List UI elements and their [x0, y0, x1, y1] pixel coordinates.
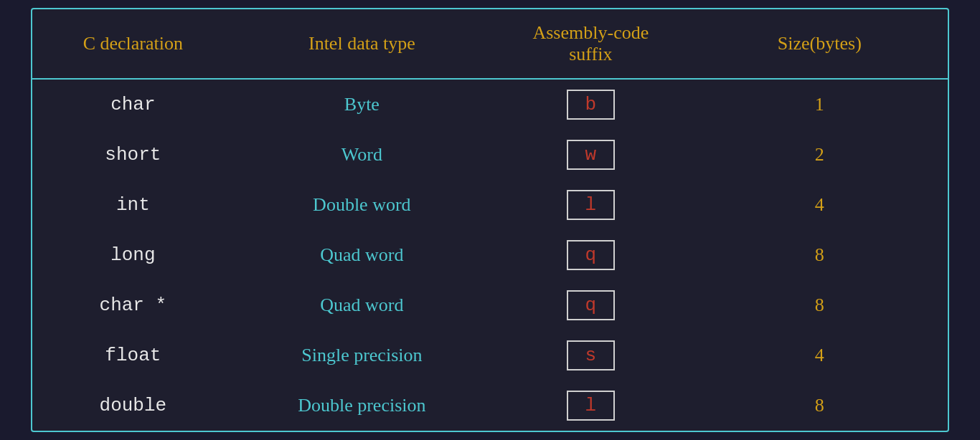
cell-size-bytes: 4 — [692, 180, 948, 230]
cell-size-bytes: 8 — [692, 230, 948, 280]
cell-asm-suffix: q — [490, 230, 692, 280]
table-row: char *Quad wordq8 — [32, 280, 948, 330]
header-intel-type: Intel data type — [234, 9, 490, 79]
cell-size-bytes: 8 — [692, 381, 948, 431]
table-row: shortWordw2 — [32, 130, 948, 180]
cell-asm-suffix: w — [490, 130, 692, 180]
cell-c-decl: double — [32, 381, 234, 431]
cell-intel-type: Word — [234, 130, 490, 180]
cell-asm-suffix: s — [490, 330, 692, 381]
cell-c-decl: int — [32, 180, 234, 230]
data-table: C declaration Intel data type Assembly-c… — [31, 8, 949, 432]
cell-c-decl: char — [32, 79, 234, 130]
header-size-bytes: Size(bytes) — [692, 9, 948, 79]
table-row: charByteb1 — [32, 79, 948, 130]
cell-asm-suffix: l — [490, 381, 692, 431]
cell-intel-type: Single precision — [234, 330, 490, 381]
table-row: longQuad wordq8 — [32, 230, 948, 280]
cell-intel-type: Quad word — [234, 230, 490, 280]
cell-size-bytes: 1 — [692, 79, 948, 130]
cell-intel-type: Byte — [234, 79, 490, 130]
cell-asm-suffix: l — [490, 180, 692, 230]
cell-c-decl: float — [32, 330, 234, 381]
cell-intel-type: Double precision — [234, 381, 490, 431]
header-asm-suffix: Assembly-code suffix — [490, 9, 692, 79]
cell-intel-type: Double word — [234, 180, 490, 230]
table-row: doubleDouble precisionl8 — [32, 381, 948, 431]
cell-asm-suffix: b — [490, 79, 692, 130]
cell-intel-type: Quad word — [234, 280, 490, 330]
cell-c-decl: short — [32, 130, 234, 180]
cell-size-bytes: 2 — [692, 130, 948, 180]
cell-size-bytes: 4 — [692, 330, 948, 381]
table-row: floatSingle precisions4 — [32, 330, 948, 381]
cell-size-bytes: 8 — [692, 280, 948, 330]
cell-c-decl: char * — [32, 280, 234, 330]
table-row: intDouble wordl4 — [32, 180, 948, 230]
table-header-row: C declaration Intel data type Assembly-c… — [32, 9, 948, 79]
header-c-declaration: C declaration — [32, 9, 234, 79]
cell-c-decl: long — [32, 230, 234, 280]
cell-asm-suffix: q — [490, 280, 692, 330]
